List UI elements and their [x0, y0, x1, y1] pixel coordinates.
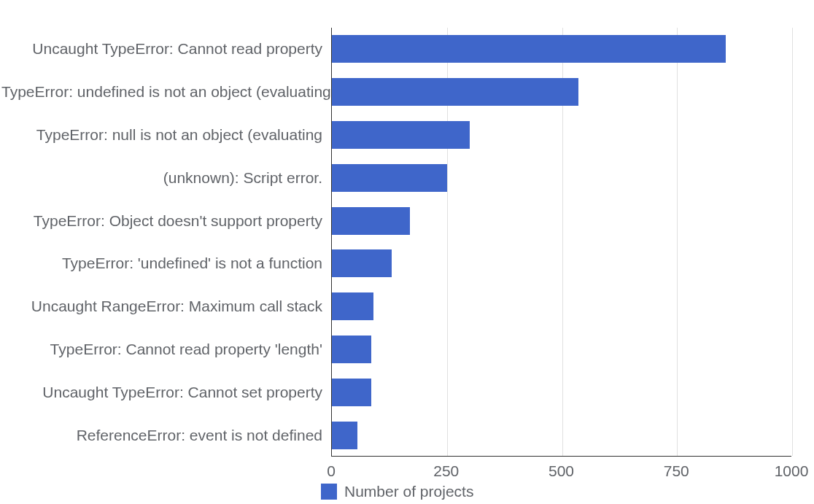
y-axis-label: TypeError: 'undefined' is not a function	[1, 255, 322, 273]
y-axis-label: Uncaught TypeError: Cannot read property	[1, 40, 322, 58]
y-axis-label: TypeError: undefined is not an object (e…	[1, 83, 322, 101]
bar-row	[332, 285, 791, 328]
bar	[332, 422, 357, 449]
bar	[332, 164, 447, 192]
gridline	[792, 28, 793, 456]
legend: Number of projects	[321, 483, 473, 500]
bar	[332, 121, 470, 149]
legend-swatch	[321, 484, 337, 500]
x-axis-tick: 250	[433, 462, 459, 480]
bar-row	[332, 156, 791, 199]
bar-row	[332, 371, 791, 414]
legend-label: Number of projects	[344, 483, 473, 500]
bar-row	[332, 414, 791, 457]
x-axis-tick: 0	[327, 462, 336, 480]
bar	[332, 78, 578, 106]
bar	[332, 35, 726, 63]
y-axis-label: Uncaught TypeError: Cannot set property	[1, 383, 322, 401]
x-axis-tick: 750	[664, 462, 689, 480]
y-axis-label: TypeError: Object doesn't support proper…	[1, 212, 322, 230]
y-axis-label: TypeError: null is not an object (evalua…	[1, 125, 322, 144]
bar-row	[332, 199, 791, 242]
bar	[332, 336, 371, 363]
bar-row	[332, 242, 791, 285]
bar-row	[332, 71, 791, 114]
y-axis-label: Uncaught RangeError: Maximum call stack	[1, 298, 322, 316]
bar	[332, 249, 392, 277]
bar-row	[332, 328, 791, 371]
x-axis-tick: 1000	[775, 462, 809, 480]
x-axis-tick: 500	[549, 462, 574, 480]
plot-area	[331, 28, 791, 457]
y-axis-label: TypeError: Cannot read property 'length'	[1, 340, 322, 358]
bar-row	[332, 28, 791, 71]
bar	[332, 292, 373, 320]
bar	[332, 207, 410, 235]
y-axis-label: (unknown): Script error.	[1, 168, 322, 187]
bar-row	[332, 114, 791, 157]
bar-chart: Uncaught TypeError: Cannot read property…	[0, 0, 814, 504]
y-axis-label: ReferenceError: event is not defined	[1, 426, 322, 444]
bar	[332, 379, 371, 406]
